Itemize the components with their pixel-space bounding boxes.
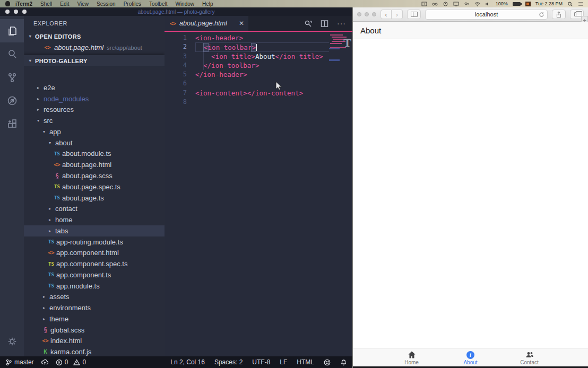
tree-item-karma-conf-js[interactable]: Kkarma.conf.js xyxy=(24,346,165,356)
tree-item-app-component-spec-ts[interactable]: TSapp.component.spec.ts xyxy=(24,258,165,269)
tree-item-theme[interactable]: ▸theme xyxy=(24,313,165,325)
settings-gear-icon[interactable] xyxy=(0,331,24,352)
feedback-smiley-icon[interactable] xyxy=(324,359,331,366)
menu-item-toolbelt[interactable]: Toolbelt xyxy=(149,1,167,7)
code-token xyxy=(196,43,204,51)
key-icon[interactable] xyxy=(464,2,470,6)
display-airplay-icon[interactable] xyxy=(453,2,459,6)
tree-item-resources[interactable]: ▸resources xyxy=(24,104,165,116)
tree-item-app-component-ts[interactable]: TSapp.component.ts xyxy=(24,269,165,281)
open-editors-section[interactable]: ▾ OPEN EDITORS xyxy=(24,31,165,42)
editor-tab-about-page-html[interactable]: <> about.page.html ✕ xyxy=(165,16,248,31)
menu-item-view[interactable]: View xyxy=(77,1,89,7)
cursor-position[interactable]: Ln 2, Col 16 xyxy=(170,358,205,366)
menu-item-profiles[interactable]: Profiles xyxy=(124,1,141,7)
tree-item-about-page-html[interactable]: <>about.page.html xyxy=(24,159,165,170)
split-editor-icon[interactable] xyxy=(321,20,328,28)
code-line-4[interactable]: 4 </ion-toolbar> xyxy=(165,61,329,70)
tree-item-e2e[interactable]: ▸e2e xyxy=(24,82,165,93)
sidebar-toggle-button[interactable] xyxy=(407,10,421,19)
close-tab-icon[interactable]: ✕ xyxy=(239,20,244,27)
indent-setting[interactable]: Spaces: 2 xyxy=(214,358,243,366)
open-changes-icon[interactable] xyxy=(304,20,312,28)
code-line-6[interactable]: 6 xyxy=(165,79,329,88)
code-line-5[interactable]: 5</ion-header> xyxy=(165,70,329,79)
close-window-button[interactable] xyxy=(357,12,361,16)
search-icon[interactable] xyxy=(0,42,24,66)
tab-contact[interactable]: Contact xyxy=(500,349,559,365)
tree-item-src[interactable]: ▾src xyxy=(24,115,165,126)
code-editor[interactable]: 1<ion-header>2 <ion-toolbar>3 <ion-title… xyxy=(165,32,352,356)
back-button[interactable]: ‹ xyxy=(381,10,392,19)
tree-item-about-page-scss[interactable]: §about.page.scss xyxy=(24,170,165,181)
extensions-icon[interactable] xyxy=(0,112,24,136)
tree-item-contact[interactable]: ▸contact xyxy=(24,203,165,214)
code-line-8[interactable]: 8 xyxy=(165,98,329,107)
glasses-icon[interactable] xyxy=(432,2,438,6)
source-control-icon[interactable] xyxy=(0,66,24,89)
menu-item-window[interactable]: Window xyxy=(175,1,194,7)
clock-menu-icon[interactable] xyxy=(443,2,448,6)
apple-menu-icon[interactable] xyxy=(5,1,10,6)
share-button[interactable] xyxy=(552,10,566,19)
minimize-window-button[interactable] xyxy=(365,12,369,16)
tree-item-node-modules[interactable]: ▸node_modules xyxy=(24,93,165,104)
tree-item-app[interactable]: ▾app xyxy=(24,126,165,137)
input-source-flag-icon[interactable] xyxy=(525,2,531,6)
tree-item-index-html[interactable]: <>index.html xyxy=(24,336,165,347)
tab-home[interactable]: Home xyxy=(382,349,441,365)
menu-item-iterm2[interactable]: iTerm2 xyxy=(15,1,32,7)
eol-setting[interactable]: LF xyxy=(280,358,287,366)
problems-indicator[interactable]: 0 0 xyxy=(56,358,86,366)
screen-record-icon[interactable] xyxy=(421,2,427,6)
git-branch-indicator[interactable]: master xyxy=(5,358,34,366)
more-actions-icon[interactable]: ··· xyxy=(337,19,346,28)
open-editor-item[interactable]: <> about.page.html src/app/about xyxy=(24,42,165,53)
notifications-bell-icon[interactable] xyxy=(340,359,347,366)
forward-button[interactable]: › xyxy=(392,10,403,19)
language-mode[interactable]: HTML xyxy=(297,358,314,366)
tree-item-environments[interactable]: ▸environments xyxy=(24,302,165,313)
menu-item-edit[interactable]: Edit xyxy=(60,1,69,7)
code-line-1[interactable]: 1<ion-header> xyxy=(165,33,329,42)
twistie-collapsed-icon: ▸ xyxy=(47,229,53,233)
address-bar[interactable]: localhost xyxy=(425,10,548,20)
tree-item-about-page-spec-ts[interactable]: TSabout.page.spec.ts xyxy=(24,181,165,192)
maximize-window-button[interactable] xyxy=(372,12,376,16)
vscode-titlebar[interactable]: about.page.html — photo-gallery xyxy=(0,7,352,16)
tree-item-about-module-ts[interactable]: TSabout.module.ts xyxy=(24,148,165,160)
minimap[interactable]: T xyxy=(329,32,352,356)
menu-item-help[interactable]: Help xyxy=(202,1,213,7)
notification-center-icon[interactable] xyxy=(578,2,584,6)
project-section-header[interactable]: ▾ PHOTO-GALLERY xyxy=(24,55,165,66)
publish-sync-icon[interactable] xyxy=(41,359,48,366)
wifi-icon[interactable] xyxy=(474,2,480,6)
menu-item-shell[interactable]: Shell xyxy=(40,1,52,7)
code-line-3[interactable]: 3 <ion-title>About</ion-title> xyxy=(165,52,329,61)
battery-icon[interactable] xyxy=(513,2,521,6)
tab-about[interactable]: iAbout xyxy=(441,350,500,365)
spotlight-icon[interactable] xyxy=(567,2,573,6)
tree-item-about-page-ts[interactable]: TSabout.page.ts xyxy=(24,192,165,204)
tree-item-assets[interactable]: ▸assets xyxy=(24,292,165,303)
tree-item-global-scss[interactable]: §global.scss xyxy=(24,325,165,336)
code-line-2[interactable]: 2 <ion-toolbar> xyxy=(165,42,329,51)
tree-item-app-component-html[interactable]: <>app.component.html xyxy=(24,247,165,258)
menubar-clock[interactable]: Tue 2:28 PM xyxy=(535,1,563,6)
tree-item-app-module-ts[interactable]: TSapp.module.ts xyxy=(24,281,165,292)
code-line-7[interactable]: 7<ion-content></ion-content> xyxy=(165,89,329,98)
reload-icon[interactable] xyxy=(539,12,544,17)
menu-item-session[interactable]: Session xyxy=(97,1,116,7)
tree-item-home[interactable]: ▸home xyxy=(24,214,165,225)
volume-icon[interactable] xyxy=(485,2,491,6)
encoding-setting[interactable]: UTF-8 xyxy=(252,358,270,366)
debug-icon[interactable] xyxy=(0,89,24,112)
explorer-icon[interactable] xyxy=(0,19,24,42)
tree-item-about[interactable]: ▾about xyxy=(24,137,165,148)
warning-count: 0 xyxy=(82,358,86,366)
tree-item-app-routing-module-ts[interactable]: TSapp-routing.module.ts xyxy=(24,236,165,248)
tree-item-label: environments xyxy=(49,304,91,312)
ts-icon: TS xyxy=(47,239,56,244)
line-number: 6 xyxy=(165,79,195,88)
tree-item-tabs[interactable]: ▸tabs xyxy=(24,225,165,236)
